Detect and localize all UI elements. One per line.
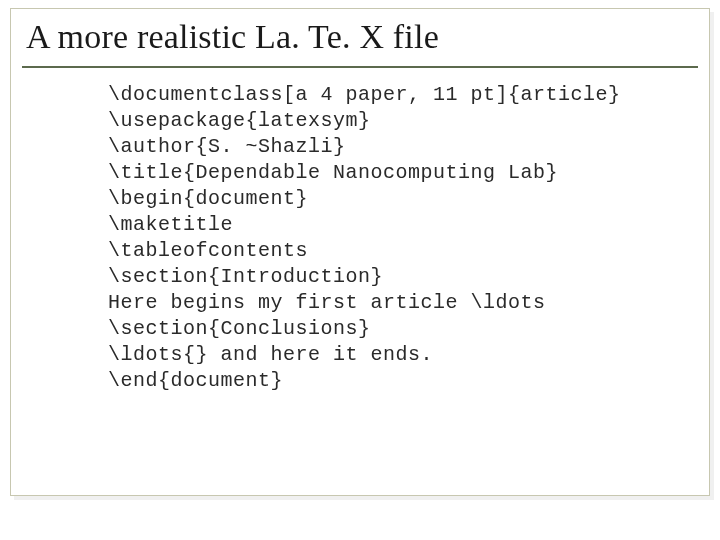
code-line: \maketitle bbox=[108, 213, 233, 236]
code-line: \documentclass[a 4 paper, 11 pt]{article… bbox=[108, 83, 621, 106]
code-line: Here begins my first article \ldots bbox=[108, 291, 546, 314]
slide-title: A more realistic La. Te. X file bbox=[26, 18, 439, 56]
code-line: \ldots{} and here it ends. bbox=[108, 343, 433, 366]
code-line: \usepackage{latexsym} bbox=[108, 109, 371, 132]
code-line: \title{Dependable Nanocomputing Lab} bbox=[108, 161, 558, 184]
code-line: \section{Conclusions} bbox=[108, 317, 371, 340]
code-line: \author{S. ~Shazli} bbox=[108, 135, 346, 158]
latex-code-block: \documentclass[a 4 paper, 11 pt]{article… bbox=[108, 82, 621, 394]
code-line: \section{Introduction} bbox=[108, 265, 383, 288]
slide: A more realistic La. Te. X file \documen… bbox=[0, 0, 720, 540]
title-underline bbox=[22, 66, 698, 68]
code-line: \tableofcontents bbox=[108, 239, 308, 262]
code-line: \begin{document} bbox=[108, 187, 308, 210]
code-line: \end{document} bbox=[108, 369, 283, 392]
